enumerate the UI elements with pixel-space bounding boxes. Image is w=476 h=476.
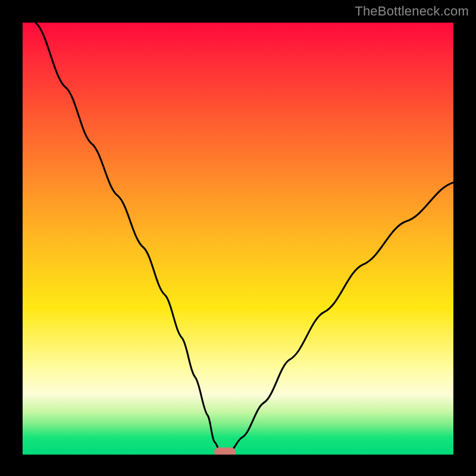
chart-frame: TheBottleneck.com — [0, 0, 476, 476]
minimum-marker — [214, 447, 236, 455]
watermark-text: TheBottleneck.com — [355, 4, 469, 19]
curve-path — [36, 23, 453, 452]
bottleneck-curve — [23, 23, 453, 455]
plot-area — [23, 23, 453, 455]
